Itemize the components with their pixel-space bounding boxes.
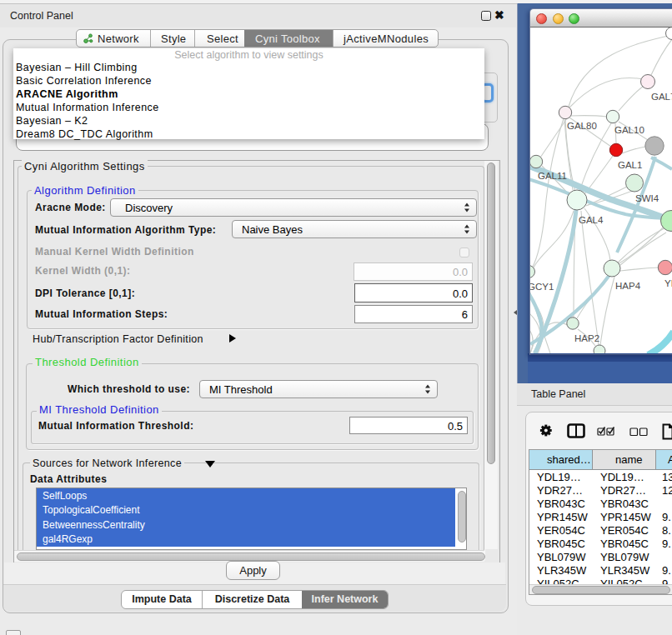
svg-text:GAL80: GAL80	[567, 121, 597, 131]
svg-text:GAL11: GAL11	[538, 171, 567, 181]
svg-text:SWI4: SWI4	[635, 193, 659, 203]
svg-text:HAP4: HAP4	[615, 281, 641, 291]
svg-text:GAL4: GAL4	[579, 215, 604, 225]
svg-text:YM: YM	[664, 278, 672, 288]
svg-text:GCY1: GCY1	[530, 282, 554, 292]
svg-text:GAL7: GAL7	[651, 92, 672, 102]
svg-text:HAP2: HAP2	[574, 333, 599, 343]
svg-text:GAL1: GAL1	[618, 160, 642, 170]
svg-text:GAL10: GAL10	[614, 125, 644, 135]
